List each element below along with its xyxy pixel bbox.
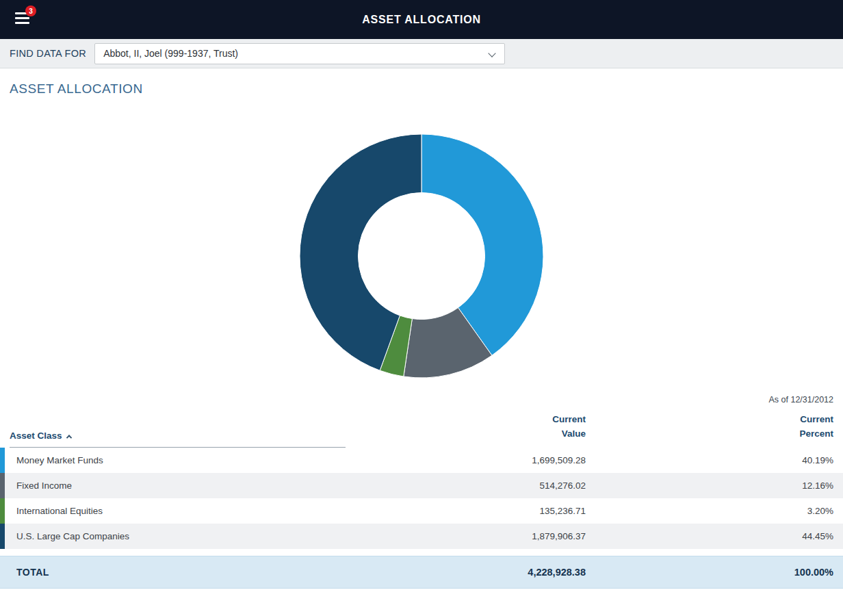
table-header-row: Asset Class Current Value Current Percen…	[0, 413, 843, 448]
find-data-bar: FIND DATA FOR Abbot, II, Joel (999-1937,…	[0, 39, 843, 68]
chart-container	[0, 132, 843, 380]
row-color-swatch	[0, 498, 5, 524]
asset-class-cell: U.S. Large Cap Companies	[5, 531, 346, 541]
total-value: 4,228,928.38	[346, 567, 586, 578]
current-value-cell: 514,276.02	[346, 480, 586, 491]
current-value-cell: 135,236.71	[346, 506, 586, 516]
current-percent-cell: 3.20%	[586, 506, 843, 516]
current-percent-cell: 12.16%	[586, 480, 843, 491]
sort-ascending-icon	[66, 435, 71, 440]
as-of-date: As of 12/31/2012	[0, 395, 843, 405]
total-row: TOTAL 4,228,928.38 100.00%	[0, 556, 843, 589]
account-select-value: Abbot, II, Joel (999-1937, Trust)	[103, 48, 238, 59]
asset-class-cell: International Equities	[5, 506, 346, 516]
total-percent: 100.00%	[586, 567, 843, 578]
asset-class-sort-header[interactable]: Asset Class	[10, 431, 346, 448]
asset-table-body: Money Market Funds1,699,509.2840.19%Fixe…	[0, 448, 843, 549]
asset-class-cell: Fixed Income	[5, 480, 346, 491]
current-percent-header: Current Percent	[586, 413, 843, 448]
table-row: International Equities135,236.713.20%	[0, 498, 843, 524]
donut-chart	[298, 132, 545, 380]
hamburger-bar	[15, 22, 29, 24]
current-value-cell: 1,699,509.28	[346, 455, 586, 465]
row-color-swatch	[0, 448, 5, 473]
page-title: ASSET ALLOCATION	[0, 68, 843, 97]
current-percent-cell: 40.19%	[586, 455, 843, 465]
table-row: Money Market Funds1,699,509.2840.19%	[0, 448, 843, 473]
current-value-cell: 1,879,906.37	[346, 531, 586, 541]
top-app-bar: 3 ASSET ALLOCATION	[0, 0, 843, 39]
hamburger-menu-icon[interactable]: 3	[15, 12, 30, 26]
total-label: TOTAL	[0, 567, 346, 578]
notification-badge: 3	[25, 5, 36, 16]
asset-class-header-label: Asset Class	[10, 431, 62, 441]
hamburger-bar	[15, 17, 29, 19]
table-row: Fixed Income514,276.0212.16%	[0, 473, 843, 498]
table-row: U.S. Large Cap Companies1,879,906.3744.4…	[0, 524, 843, 549]
current-percent-cell: 44.45%	[586, 531, 843, 541]
row-color-swatch	[0, 473, 5, 498]
account-select-dropdown[interactable]: Abbot, II, Joel (999-1937, Trust)	[94, 43, 505, 64]
app-title: ASSET ALLOCATION	[362, 14, 481, 26]
current-value-header: Current Value	[346, 413, 586, 448]
chevron-down-icon	[488, 49, 495, 57]
row-color-swatch	[0, 524, 5, 549]
asset-class-cell: Money Market Funds	[5, 455, 346, 465]
find-data-label: FIND DATA FOR	[10, 48, 86, 59]
